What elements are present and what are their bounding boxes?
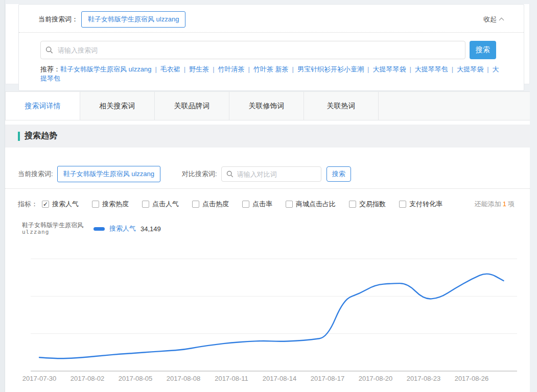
recommend-link[interactable]: 大提琴琴袋 [372, 65, 406, 73]
svg-text:2017-08-11: 2017-08-11 [215, 375, 248, 382]
legend-keyword: 鞋子女韩版学生原宿风 ulzzang [22, 222, 94, 236]
checkbox-icon[interactable] [42, 201, 49, 208]
recommend-label: 推荐： [40, 65, 60, 73]
checkbox-icon[interactable] [142, 201, 149, 208]
metric-label: 支付转化率 [409, 200, 442, 209]
add-metric-hint: 还能添加1项 [475, 200, 515, 209]
metric-checkbox-click-heat[interactable]: 点击热度 [192, 200, 229, 209]
svg-text:2017-08-23: 2017-08-23 [407, 375, 441, 382]
recommend-link[interactable]: 竹叶茶 新茶 [253, 65, 289, 73]
tab-search-term-detail[interactable]: 搜索词详情 [6, 92, 80, 120]
legend-series-value: 34,149 [141, 225, 161, 233]
tab-associated-modifier-terms[interactable]: 关联修饰词 [229, 92, 304, 120]
separator: | [367, 65, 369, 73]
search-term-box: 当前搜索词： 鞋子女韩版学生原宿风 ulzzang 收起 搜索 [18, 4, 524, 91]
checkbox-icon[interactable] [242, 201, 249, 208]
search-input-wrap [40, 41, 465, 59]
trend-controls-row: 当前搜索词: 鞋子女韩版学生原宿风 ulzzang 对比搜索词: 搜索 [5, 148, 530, 182]
search-button[interactable]: 搜索 [470, 41, 496, 59]
chart-legend: 鞋子女韩版学生原宿风 ulzzang 搜索人气 34,149 [5, 222, 530, 236]
hint-suffix: 项 [508, 200, 515, 208]
trend-section: 当前搜索词: 鞋子女韩版学生原宿风 ulzzang 对比搜索词: 搜索 指标： … [5, 148, 530, 392]
svg-text:2017-08-20: 2017-08-20 [359, 375, 393, 382]
checkbox-icon[interactable] [92, 201, 99, 208]
collapse-toggle[interactable]: 收起 [483, 15, 503, 24]
metric-checkbox-pay-conversion[interactable]: 支付转化率 [399, 200, 442, 209]
recommend-link[interactable]: 大提琴袋 [457, 65, 483, 73]
collapse-label: 收起 [483, 15, 497, 24]
recommend-link[interactable]: 大提琴琴包 [415, 65, 448, 73]
recommend-link[interactable]: 野生茶 [189, 65, 209, 73]
separator: | [409, 65, 411, 73]
svg-text:2017-08-05: 2017-08-05 [119, 375, 153, 382]
metric-checkbox-click-rate[interactable]: 点击率 [242, 200, 272, 209]
search-input[interactable] [40, 41, 465, 59]
metric-label: 交易指数 [359, 200, 386, 209]
recommend-link[interactable]: 毛衣裙 [160, 65, 180, 73]
main-wrapper: 当前搜索词： 鞋子女韩版学生原宿风 ulzzang 收起 搜索 [5, 4, 530, 392]
compare-search-button[interactable]: 搜索 [326, 166, 351, 182]
page-edge-strip [0, 0, 5, 392]
search-icon [45, 46, 53, 54]
metric-checkbox-click-popularity[interactable]: 点击人气 [142, 200, 179, 209]
current-term-label: 当前搜索词： [38, 15, 78, 24]
metric-label: 点击人气 [152, 200, 179, 209]
trend-line-chart: 2017-07-302017-08-022017-08-052017-08-08… [5, 244, 530, 389]
metrics-label: 指标： [18, 200, 38, 209]
separator: | [452, 65, 453, 73]
svg-text:2017-07-30: 2017-07-30 [22, 375, 57, 382]
metric-checkbox-search-heat[interactable]: 搜索热度 [92, 200, 129, 209]
svg-text:2017-08-08: 2017-08-08 [167, 375, 201, 382]
checkbox-icon[interactable] [349, 201, 356, 208]
separator: | [292, 65, 294, 73]
checkbox-icon[interactable] [399, 201, 406, 208]
metric-label: 搜索人气 [52, 200, 79, 209]
search-term-panel: 当前搜索词： 鞋子女韩版学生原宿风 ulzzang 收起 搜索 [5, 4, 530, 84]
section-header: 搜索趋势 [5, 125, 530, 148]
compare-term-label: 对比搜索词: [182, 169, 217, 179]
current-term-tag[interactable]: 鞋子女韩版学生原宿风 ulzzang [57, 166, 160, 182]
divider [5, 188, 530, 189]
separator: | [248, 65, 250, 73]
recommend-link[interactable]: 竹叶清茶 [218, 65, 245, 73]
recommend-row: 推荐：鞋子女韩版学生原宿风 ulzzang|毛衣裙|野生茶|竹叶清茶|竹叶茶 新… [19, 65, 524, 87]
hint-count: 1 [503, 200, 506, 208]
svg-text:2017-08-02: 2017-08-02 [71, 375, 105, 382]
compare-input[interactable] [221, 166, 321, 182]
separator: | [155, 65, 156, 73]
metric-label: 点击率 [252, 200, 272, 209]
tab-bar: 搜索词详情 相关搜索词 关联品牌词 关联修饰词 关联热词 [5, 91, 530, 120]
series-color-dash-icon [94, 227, 105, 231]
hint-prefix: 还能添加 [475, 200, 501, 208]
separator: | [213, 65, 214, 73]
legend-series-label: 搜索人气 [109, 224, 136, 233]
section-accent-bar [18, 132, 20, 141]
trend-chart[interactable]: 2017-07-302017-08-022017-08-052017-08-08… [5, 244, 530, 391]
metric-label: 搜索热度 [102, 200, 129, 209]
metric-label: 商城点击占比 [296, 200, 336, 209]
svg-text:2017-08-17: 2017-08-17 [311, 375, 345, 382]
svg-text:2017-08-14: 2017-08-14 [263, 375, 297, 382]
legend-keyword-line1: 鞋子女韩版学生原宿风 [22, 222, 94, 229]
current-term-tag[interactable]: 鞋子女韩版学生原宿风 ulzzang [81, 11, 185, 28]
separator: | [487, 65, 488, 73]
search-icon [226, 170, 234, 178]
recommend-link[interactable]: 鞋子女韩版学生原宿风 ulzzang [60, 65, 151, 73]
tab-related-search-terms[interactable]: 相关搜索词 [80, 92, 155, 120]
metric-checkbox-trade-index[interactable]: 交易指数 [349, 200, 386, 209]
tab-associated-brand-terms[interactable]: 关联品牌词 [155, 92, 229, 120]
metric-label: 点击热度 [202, 200, 229, 209]
tab-associated-hot-terms[interactable]: 关联热词 [304, 92, 379, 120]
svg-text:2017-08-26: 2017-08-26 [455, 375, 489, 382]
current-term-label: 当前搜索词: [18, 169, 53, 179]
recommend-link[interactable]: 男宝针织衫开衫小童潮 [297, 65, 364, 73]
tab-filler [379, 92, 530, 120]
metrics-row: 指标： 搜索人气 搜索热度 点击人气 点击热度 点击率 商城点击占比 交易指数 … [5, 200, 530, 209]
checkbox-icon[interactable] [286, 201, 293, 208]
checkbox-icon[interactable] [192, 201, 199, 208]
divider [19, 32, 524, 33]
section-title: 搜索趋势 [25, 131, 57, 141]
compare-input-wrap [221, 166, 321, 182]
metric-checkbox-mall-click-share[interactable]: 商城点击占比 [286, 200, 336, 209]
metric-checkbox-search-popularity[interactable]: 搜索人气 [42, 200, 79, 209]
